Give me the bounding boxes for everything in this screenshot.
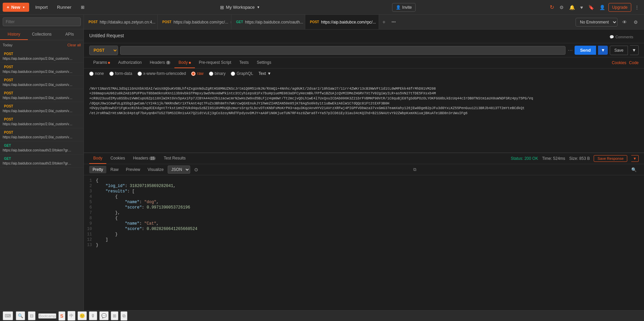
resp-tab-cookies[interactable]: Cookies	[106, 153, 129, 164]
format-raw-button[interactable]: Raw	[107, 166, 122, 173]
tab-more-button[interactable]: •••	[389, 15, 398, 29]
bookmark-icon[interactable]: 🔖	[586, 3, 596, 11]
json-format-select[interactable]: JSON XML HTML Text	[168, 166, 190, 174]
search-icon[interactable]: 🔍	[629, 166, 639, 174]
line-number: 8	[84, 216, 96, 221]
resp-tab-headers[interactable]: Headers15	[129, 153, 160, 164]
workspace-selector[interactable]: ⊞ My Workspace ▼	[220, 5, 260, 10]
req-tab-settings[interactable]: Settings	[253, 57, 275, 68]
save-response-caret-button[interactable]: ▼	[631, 155, 639, 162]
req-tab-headers[interactable]: Headers9	[146, 57, 174, 68]
cookies-button[interactable]: Cookies	[612, 60, 626, 65]
sync-icon[interactable]: ↻	[548, 3, 556, 12]
request-tab-3[interactable]: POST https://aip.baidubce.com/rpc/... ×	[305, 15, 379, 29]
S-icon[interactable]: S	[58, 311, 65, 321]
radio-none[interactable]: none	[89, 71, 104, 76]
comments-button[interactable]: 💬 Comments	[609, 35, 639, 39]
upgrade-button[interactable]: Upgrade	[608, 3, 631, 12]
request-tab-1[interactable]: POST https://aip.baidubce.com/rpc/... ×	[158, 15, 231, 29]
new-label: New	[11, 5, 20, 10]
method-badge: POST	[3, 130, 81, 135]
workspace-caret-icon: ▼	[257, 5, 260, 9]
list-item[interactable]: POST https://aip.baidubce.com/rpc/2.0/ai…	[0, 89, 84, 102]
request-tab-0[interactable]: POST http://dataiku.aps.zetyun.cn:4... ×	[84, 15, 158, 29]
mic-icon[interactable]: 🎙	[89, 311, 97, 320]
clear-all-button[interactable]: Clear all	[67, 43, 81, 47]
sidebar-tab-collections[interactable]: Collections	[28, 29, 56, 40]
filter-icon[interactable]: ⊙	[192, 166, 200, 174]
format-preview-button[interactable]: Preview	[122, 166, 144, 173]
list-item[interactable]: POST https://aip.baidubce.com/rpc/2.0/ai…	[0, 63, 84, 76]
layers-icon[interactable]: ⧉	[120, 311, 127, 321]
url-input[interactable]: https://aip.baidubce.com/rpc/2.0/ai_cust…	[120, 46, 566, 55]
method-select[interactable]: POST GET PUT DELETE PATCH	[89, 46, 118, 55]
req-tab-authorization[interactable]: Authorization	[114, 57, 146, 68]
req-tab-prerequest[interactable]: Pre-request Script	[195, 57, 235, 68]
heart-icon[interactable]: ♥	[578, 3, 585, 11]
radio-graphql[interactable]: GraphQL	[231, 71, 253, 76]
extra-button[interactable]: ⊞	[77, 3, 88, 12]
send-caret-button[interactable]: ▼	[598, 46, 608, 55]
list-item[interactable]: POST https://aip.baidubce.com/rpc/2.0/ai…	[0, 102, 84, 115]
request-tab-2[interactable]: GET https://aip.baidubce.com/oauth... ×	[231, 15, 305, 29]
import-button[interactable]: Import	[32, 3, 51, 12]
format-pretty-button[interactable]: Pretty	[89, 166, 106, 173]
profile-icon[interactable]: 👤	[597, 3, 607, 11]
settings-icon[interactable]: ⚙	[557, 3, 566, 11]
bell-icon[interactable]: 🔔	[567, 3, 577, 11]
search-bottom-icon[interactable]: 🔍	[16, 311, 25, 320]
bottom-bar: ⌨ 🔍 ⊟ Bootcamp S 中 🙂 🎙 💬 ⊞ ⧉	[0, 310, 644, 321]
grid-icon[interactable]: ⊞	[111, 311, 118, 320]
emoji-icon[interactable]: 🙂	[77, 311, 87, 320]
sidebar-tab-history[interactable]: History	[0, 29, 28, 40]
status-time-text: Time: 524ms	[542, 156, 565, 161]
send-button[interactable]: Send	[575, 46, 596, 55]
save-button[interactable]: Save	[610, 46, 628, 55]
list-item[interactable]: POST https://aip.baidubce.com/rpc/2.0/ai…	[0, 115, 84, 128]
sidebar-header: Today Clear all	[0, 40, 84, 50]
copy-icon[interactable]: ⧉	[411, 166, 418, 174]
list-item[interactable]: POST https://aip.baidubce.com/rpc/2.0/ai…	[0, 128, 84, 141]
invite-button[interactable]: 👤 Invite	[392, 3, 416, 12]
zh-icon[interactable]: 中	[67, 311, 75, 321]
tab-add-button[interactable]: +	[379, 15, 389, 29]
resp-tab-test-results[interactable]: Test Results	[160, 153, 190, 164]
new-button[interactable]: + New ▼	[3, 3, 29, 12]
list-item[interactable]: POST https://aip.baidubce.com/rpc/2.0/ai…	[0, 50, 84, 63]
runner-button[interactable]: Runner	[54, 3, 75, 12]
terminal-icon[interactable]: ⌨	[3, 311, 13, 320]
radio-urlencoded[interactable]: x-www-form-urlencoded	[138, 71, 186, 76]
sidebar-tab-apis[interactable]: APIs	[56, 29, 84, 40]
list-item[interactable]: POST https://aip.baidubce.com/rpc/2.0/ai…	[0, 76, 84, 89]
settings-env-icon[interactable]: ⚙	[632, 18, 640, 26]
eye-icon[interactable]: 👁	[620, 18, 629, 26]
bootcamp-button[interactable]: Bootcamp	[38, 313, 56, 319]
format-visualize-button[interactable]: Visualize	[144, 166, 167, 173]
req-tab-tests[interactable]: Tests	[235, 57, 253, 68]
radio-form-data[interactable]: form-data	[109, 71, 132, 76]
layout-icon[interactable]: ⊟	[28, 311, 36, 320]
chat-icon[interactable]: 💬	[99, 311, 109, 320]
save-caret-button[interactable]: ▼	[630, 45, 639, 55]
request-sub-tabs: Params Authorization Headers9 Body Pre-r…	[84, 57, 644, 68]
req-tab-params[interactable]: Params	[89, 57, 114, 68]
json-content: "name": "Cat",	[96, 221, 159, 226]
resp-tab-body[interactable]: Body	[89, 153, 106, 164]
history-url: https://aip.baidubce.com/oauth/2.0/token…	[3, 162, 73, 165]
top-right-icons: ↻ ⚙ 🔔 ♥ 🔖 👤 Upgrade ⋮	[548, 3, 641, 12]
radio-raw[interactable]: raw	[191, 71, 203, 76]
req-tab-body[interactable]: Body	[174, 57, 195, 68]
search-input[interactable]	[3, 17, 81, 26]
line-number: 7	[84, 211, 96, 215]
code-button[interactable]: Code	[629, 60, 639, 65]
json-content: {	[96, 216, 118, 221]
body-text-content[interactable]: /NVrtSNaVS7MAL3dSq11GnUXbkXEAI/wUsX8QbuK…	[84, 81, 644, 121]
list-item[interactable]: GET https://aip.baidubce.com/oauth/2.0/t…	[0, 154, 84, 168]
body-options: none form-data x-www-form-urlencoded raw…	[84, 68, 644, 79]
text-format-dropdown[interactable]: Text ▼	[259, 71, 271, 76]
radio-binary[interactable]: binary	[209, 71, 226, 76]
environment-select[interactable]: No Environment	[576, 18, 618, 27]
list-item[interactable]: GET https://aip.baidubce.com/oauth/2.0/t…	[0, 141, 84, 154]
save-response-button[interactable]: Save Response	[594, 155, 627, 162]
more-options-icon[interactable]: ⋮	[633, 3, 641, 11]
